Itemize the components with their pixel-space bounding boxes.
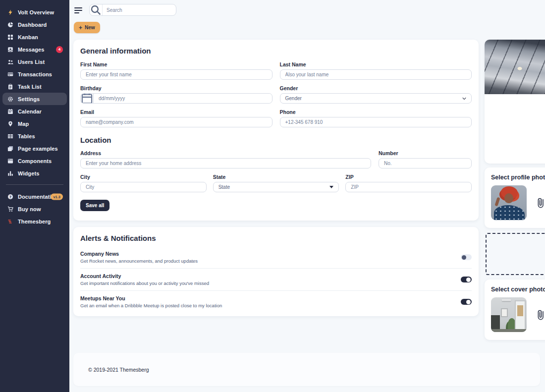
last-name-label: Last Name	[280, 61, 472, 67]
components-icon	[7, 158, 13, 164]
select-cover-photo-card: Select cover photo	[485, 280, 545, 340]
email-input[interactable]	[80, 117, 272, 127]
calendar-icon	[81, 94, 94, 103]
address-field: Address	[80, 150, 371, 168]
select-cover-photo-title: Select cover photo	[491, 286, 545, 293]
address-input[interactable]	[80, 158, 371, 168]
gender-select[interactable]: Gender	[280, 93, 472, 104]
state-select[interactable]: State	[213, 182, 339, 192]
last-name-input[interactable]	[280, 69, 472, 80]
city-input[interactable]	[80, 182, 207, 192]
search-icon	[90, 4, 103, 15]
sidebar-item-widgets[interactable]: Widgets	[2, 167, 67, 179]
email-label: Email	[80, 109, 272, 115]
alert-item-title: Company News	[80, 251, 198, 257]
alerts-title: Alerts & Notifications	[80, 234, 472, 242]
number-input[interactable]	[379, 158, 472, 168]
sidebar-item-label: Settings	[18, 96, 40, 102]
account-activity-toggle[interactable]	[461, 277, 472, 282]
chevron-down-icon	[329, 186, 333, 188]
sidebar-item-buy-now[interactable]: Buy now	[2, 203, 67, 215]
profile-photo-thumbnail[interactable]	[491, 185, 527, 220]
first-name-input[interactable]	[80, 69, 272, 80]
alert-item-description: Get Rocket news, announcements, and prod…	[80, 258, 198, 264]
address-label: Address	[80, 150, 371, 156]
sidebar-item-label: Map	[18, 121, 29, 127]
phone-label: Phone	[280, 109, 472, 115]
profile-cover-card	[485, 40, 545, 164]
sidebar-item-tables[interactable]: Tables	[2, 130, 67, 142]
plus-icon: +	[79, 25, 82, 31]
zip-field: ZIP	[345, 174, 472, 192]
sidebar-item-label: Kanban	[18, 34, 38, 40]
sidebar: Volt Overview Dashboard Kanban Messages …	[0, 0, 69, 392]
phone-input[interactable]	[280, 117, 472, 127]
zip-input[interactable]	[345, 182, 472, 192]
gender-field: Gender Gender	[280, 85, 472, 104]
search-input[interactable]	[103, 4, 176, 15]
alert-item-description: Get important notifications about you or…	[80, 280, 209, 286]
credit-card-icon	[7, 71, 13, 77]
general-information-title: General information	[80, 47, 472, 55]
cart-icon	[7, 206, 13, 212]
new-button[interactable]: + New	[74, 22, 100, 33]
sidebar-item-volt-overview[interactable]: Volt Overview	[2, 6, 67, 18]
meetups-toggle[interactable]	[461, 299, 472, 305]
email-field: Email	[80, 109, 272, 127]
question-circle-icon: ?	[7, 193, 13, 200]
sidebar-item-map[interactable]: Map	[2, 117, 67, 130]
phone-field: Phone	[280, 109, 472, 127]
alert-item-description: Get an email when a Dribbble Meetup is p…	[80, 303, 222, 308]
sidebar-item-dashboard[interactable]: Dashboard	[2, 18, 67, 31]
sidebar-item-task-list[interactable]: Task List	[2, 80, 67, 93]
paperclip-icon[interactable]	[536, 197, 545, 209]
sidebar-item-components[interactable]: Components	[2, 155, 67, 167]
sidebar-item-label: Users List	[18, 59, 45, 65]
svg-text:?: ?	[9, 195, 11, 199]
zip-label: ZIP	[345, 174, 472, 180]
sidebar-item-messages[interactable]: Messages 4	[2, 43, 67, 56]
general-information-card: General information First Name Last Name…	[73, 40, 479, 221]
paperclip-icon[interactable]	[536, 309, 545, 321]
sidebar-item-documentation[interactable]: ? Documentation v1.3	[2, 190, 67, 203]
sidebar-item-settings[interactable]: Settings	[2, 93, 67, 105]
number-label: Number	[379, 150, 472, 156]
photo-dropzone[interactable]	[486, 233, 545, 275]
sidebar-item-page-examples[interactable]: Page examples	[2, 142, 67, 155]
users-icon	[7, 58, 13, 65]
sidebar-item-calendar[interactable]: Calendar	[2, 105, 67, 117]
state-field: State State	[213, 174, 339, 192]
save-all-button[interactable]: Save all	[80, 200, 109, 211]
state-label: State	[213, 174, 339, 180]
messages-count-badge: 4	[56, 46, 63, 53]
themesberg-logo-icon	[7, 218, 13, 224]
sidebar-item-label: Task List	[18, 84, 42, 90]
version-badge: v1.3	[51, 193, 63, 200]
sidebar-item-label: Components	[18, 158, 52, 164]
sidebar-item-label: Transactions	[18, 71, 52, 77]
sidebar-toggle-icon[interactable]	[74, 6, 83, 13]
birthday-input[interactable]	[94, 94, 272, 103]
company-news-toggle[interactable]	[461, 254, 472, 260]
cover-preview-image	[485, 40, 545, 94]
sidebar-item-label: Calendar	[18, 109, 42, 114]
sidebar-item-themesberg[interactable]: Themesberg	[2, 215, 67, 227]
sidebar-item-label: Messages	[18, 47, 44, 53]
table-icon	[7, 133, 13, 139]
cover-photo-thumbnail[interactable]	[491, 297, 527, 332]
calendar-icon	[7, 108, 13, 114]
select-profile-photo-card: Select profile photo	[485, 168, 545, 228]
alert-item-title: Meetups Near You	[80, 295, 222, 301]
search-box	[89, 4, 176, 16]
gender-label: Gender	[280, 85, 472, 91]
sidebar-item-kanban[interactable]: Kanban	[2, 31, 67, 43]
location-title: Location	[80, 136, 472, 144]
select-profile-photo-title: Select profile photo	[491, 174, 545, 181]
sidebar-item-transactions[interactable]: Transactions	[2, 68, 67, 80]
sidebar-item-users-list[interactable]: Users List	[2, 56, 67, 68]
topbar	[74, 4, 176, 16]
gear-icon	[7, 96, 13, 102]
sidebar-item-label: Buy now	[18, 206, 41, 212]
widgets-icon	[7, 170, 13, 176]
pie-chart-icon	[7, 21, 13, 28]
